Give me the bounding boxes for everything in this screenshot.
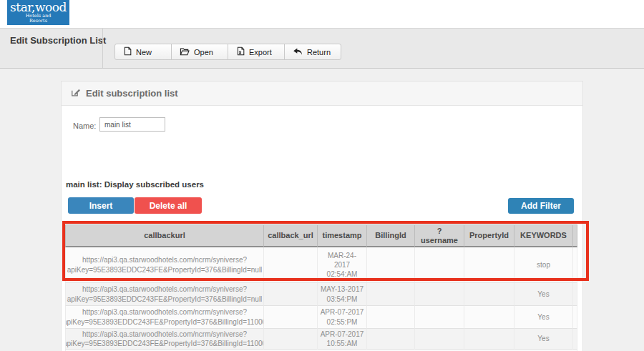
cell-keywords: Yes: [514, 306, 573, 329]
column-header-keywords[interactable]: KEYWORDS: [514, 224, 573, 247]
cell-keywords: stop: [514, 247, 573, 283]
cell-spacer: [573, 247, 577, 283]
column-header-callback-url[interactable]: callback_url: [264, 224, 318, 247]
subscribers-table: callbackurl callback_url timestamp Billi…: [65, 224, 577, 351]
cell-callbackurl: https://api3.qa.starwoodhotels.com/ncrm/…: [65, 247, 264, 283]
cell-keywords: Yes: [514, 283, 573, 306]
panel-title: Edit subscription list: [86, 88, 178, 99]
cell-propertyid: [464, 247, 514, 283]
column-header-username[interactable]: ? username: [415, 224, 464, 247]
cell-timestamp: APR-07-2017 10:55:AM: [318, 329, 367, 350]
cell-username: [415, 329, 464, 350]
cell-timestamp: APR-07-2017 02:55:PM: [318, 306, 367, 329]
column-header-timestamp[interactable]: timestamp: [318, 224, 367, 247]
export-button[interactable]: Export: [228, 44, 285, 60]
column-header-billingid[interactable]: BillingId: [367, 224, 415, 247]
header-band: Edit Subscription List New Open Export R…: [0, 29, 644, 69]
cell-spacer: [573, 283, 577, 306]
name-label: Name:: [73, 122, 96, 130]
cell-callback-url: [264, 306, 318, 329]
open-button[interactable]: Open: [171, 44, 228, 60]
panel-header: Edit subscription list: [62, 81, 582, 106]
return-arrow-icon: [293, 47, 303, 57]
cell-username: [415, 306, 464, 329]
cell-billingid: [367, 306, 415, 329]
cell-keywords: Yes: [514, 329, 573, 350]
cell-timestamp: MAR-24- 2017 02:54:AM: [318, 247, 367, 283]
cell-callbackurl: https://api3.qa.starwoodhotels.com/ncrm/…: [65, 329, 264, 350]
return-button-label: Return: [307, 48, 331, 56]
cell-timestamp: MAY-13-2017 03:54:PM: [318, 283, 367, 306]
export-button-label: Export: [249, 48, 272, 56]
logo-tagline-2: Resorts: [7, 19, 69, 24]
export-spreadsheet-icon: [236, 46, 245, 57]
cell-spacer: [573, 306, 577, 329]
delete-all-button[interactable]: Delete all: [135, 197, 202, 214]
add-filter-button[interactable]: Add Filter: [508, 198, 574, 214]
table-row[interactable]: https://api3.qa.starwoodhotels.com/ncrm/…: [65, 247, 577, 283]
cell-username: [415, 283, 464, 306]
cell-propertyid: [464, 329, 514, 350]
new-document-icon: [123, 46, 132, 57]
cell-billingid: [367, 283, 415, 306]
new-button-label: New: [136, 48, 152, 56]
cell-callback-url: [264, 329, 318, 350]
open-button-label: Open: [194, 48, 213, 56]
logo-brand-text: star,wood: [7, 1, 69, 14]
edit-pencil-icon: [71, 87, 81, 99]
cell-billingid: [367, 329, 415, 350]
list-caption: main list: Display subscribed users: [66, 180, 204, 189]
column-header-callbackurl[interactable]: callbackurl: [65, 224, 264, 247]
new-button[interactable]: New: [114, 44, 172, 60]
insert-button[interactable]: Insert: [68, 197, 134, 214]
cell-billingid: [367, 247, 415, 283]
return-button[interactable]: Return: [284, 44, 341, 60]
cell-propertyid: [464, 306, 514, 329]
cell-callback-url: [264, 283, 318, 306]
cell-username: [415, 247, 464, 283]
table-row[interactable]: https://api3.qa.starwoodhotels.com/ncrm/…: [65, 329, 577, 350]
cell-spacer: [573, 329, 577, 350]
toolbar: New Open Export Return: [114, 44, 341, 60]
page-title: Edit Subscription List: [10, 35, 106, 46]
cell-callback-url: [264, 247, 318, 283]
starwood-logo[interactable]: star,wood Hotels and Resorts: [7, 0, 69, 25]
table-header-row: callbackurl callback_url timestamp Billi…: [65, 224, 577, 247]
edit-subscription-panel: Edit subscription list Name: main list: …: [61, 81, 583, 351]
open-folder-icon: [180, 47, 190, 57]
table-row[interactable]: https://api3.qa.starwoodhotels.com/ncrm/…: [65, 283, 577, 306]
vertical-divider: [102, 29, 103, 68]
cell-propertyid: [464, 283, 514, 306]
column-header-spacer: [573, 224, 577, 247]
name-input[interactable]: [99, 117, 165, 132]
cell-callbackurl: https://api3.qa.starwoodhotels.com/ncrm/…: [65, 283, 264, 306]
table-row[interactable]: https://api3.qa.starwoodhotels.com/ncrm/…: [65, 306, 577, 329]
cell-callbackurl: https://api3.qa.starwoodhotels.com/ncrm/…: [65, 306, 264, 329]
column-header-propertyid[interactable]: PropertyId: [464, 224, 514, 247]
top-bar: star,wood Hotels and Resorts: [0, 0, 644, 29]
